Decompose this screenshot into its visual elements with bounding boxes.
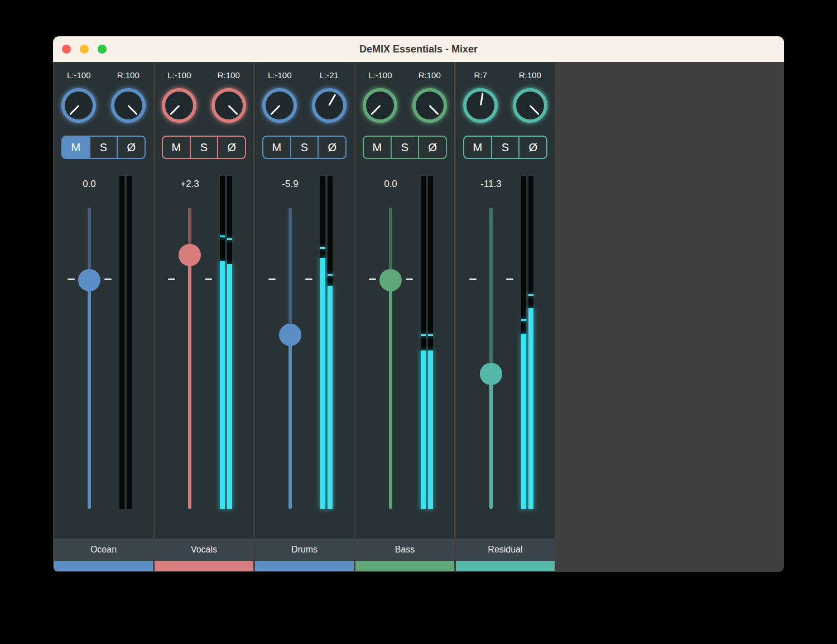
pan-left-knob[interactable] — [162, 88, 196, 123]
channel-button-group: M S Ø — [363, 136, 447, 159]
channel-color-bar — [456, 561, 555, 571]
meter-bar-left — [521, 176, 526, 509]
zero-mark-left — [369, 278, 376, 280]
pan-left-knob-cell — [54, 88, 104, 123]
mute-button[interactable]: M — [163, 137, 191, 158]
level-meter — [220, 176, 232, 509]
pan-knobs — [54, 88, 153, 123]
channel-strips: L:-100 R:100 M S Ø 0.0 — [54, 63, 555, 571]
solo-button[interactable]: S — [392, 137, 420, 158]
pan-labels: L:-100 L:-21 — [255, 70, 354, 80]
pan-labels: L:-100 R:100 — [355, 70, 454, 80]
zero-mark-right — [104, 278, 112, 280]
meter-fill — [320, 258, 325, 509]
zero-mark-left — [168, 278, 175, 280]
fader-handle[interactable] — [78, 269, 100, 291]
fader-handle[interactable] — [379, 269, 402, 291]
mute-button[interactable]: M — [62, 137, 90, 158]
meter-peak — [220, 236, 225, 237]
pan-labels: L:-100 R:100 — [155, 70, 253, 80]
pan-left-knob-cell — [255, 88, 305, 123]
fader-track-fill — [288, 335, 292, 509]
fader-handle[interactable] — [480, 363, 502, 385]
pan-right-knob[interactable] — [412, 88, 447, 123]
pan-right-label: R:100 — [506, 70, 555, 80]
meter-peak — [528, 294, 533, 296]
mute-button[interactable]: M — [263, 137, 291, 158]
channel-strip-bass: L:-100 R:100 M S Ø 0.0 — [355, 63, 454, 571]
mixer-content: X L:-100 R:100 M S Ø 0.0 — [53, 62, 784, 572]
traffic-lights — [62, 36, 107, 62]
meter-peak — [428, 334, 433, 336]
fader-handle[interactable] — [179, 244, 201, 266]
channel-name: Drums — [255, 539, 354, 561]
level-meter — [320, 176, 333, 509]
phase-button[interactable]: Ø — [319, 137, 345, 158]
meter-bar-left — [220, 176, 225, 509]
channel-name: Ocean — [54, 539, 153, 561]
knob-pointer-icon — [328, 94, 336, 105]
pan-right-knob-cell — [104, 88, 153, 123]
meter-peak — [227, 238, 232, 240]
pan-left-knob[interactable] — [61, 88, 96, 123]
pan-right-knob[interactable] — [312, 88, 347, 123]
meter-peak — [421, 334, 426, 336]
zero-mark-right — [305, 278, 312, 280]
pan-labels: R:7 R:100 — [456, 70, 555, 80]
solo-button[interactable]: S — [492, 137, 520, 158]
close-button[interactable] — [62, 45, 71, 54]
knob-pointer-icon — [530, 105, 540, 115]
pan-left-label: R:7 — [456, 70, 506, 80]
pan-left-knob[interactable] — [463, 88, 498, 123]
pan-left-knob[interactable] — [262, 88, 297, 123]
gain-value: +2.3 — [155, 179, 225, 190]
window-title: DeMIX Essentials - Mixer — [53, 44, 784, 55]
pan-left-knob-cell — [355, 88, 405, 123]
meter-fill — [220, 261, 225, 509]
pan-labels: L:-100 R:100 — [54, 70, 153, 80]
channel-button-group: M S Ø — [262, 136, 347, 159]
zero-mark-left — [268, 278, 276, 280]
mute-button[interactable]: M — [364, 137, 392, 158]
knob-pointer-icon — [371, 105, 381, 115]
mute-button[interactable]: M — [464, 137, 492, 158]
meter-bar-right — [528, 176, 533, 509]
pan-right-knob-cell — [204, 88, 254, 123]
solo-button[interactable]: S — [191, 137, 219, 158]
phase-button[interactable]: Ø — [519, 137, 546, 158]
solo-button[interactable]: S — [90, 137, 118, 158]
meter-peak — [328, 274, 333, 276]
pan-left-label: L:-100 — [355, 70, 405, 80]
zero-mark-right — [406, 278, 413, 280]
minimize-button[interactable] — [80, 45, 89, 54]
pan-right-knob[interactable] — [111, 88, 146, 123]
channel-button-group: M S Ø — [162, 136, 246, 159]
channel-strip-ocean: L:-100 R:100 M S Ø 0.0 — [54, 63, 153, 571]
pan-left-knob[interactable] — [363, 88, 397, 123]
phase-button[interactable]: Ø — [218, 137, 245, 158]
fader-track-fill — [88, 280, 91, 509]
pan-left-knob-cell — [456, 88, 506, 123]
channel-color-bar — [255, 561, 354, 571]
phase-button[interactable]: Ø — [419, 137, 446, 158]
pan-right-knob[interactable] — [211, 88, 246, 123]
pan-right-knob[interactable] — [513, 88, 547, 123]
meter-bar-right — [227, 176, 232, 509]
pan-left-label: L:-100 — [54, 70, 104, 80]
knob-pointer-icon — [480, 93, 484, 105]
meter-bar-right — [127, 176, 132, 509]
channel-button-group: M S Ø — [463, 136, 547, 159]
gain-value: 0.0 — [54, 179, 124, 190]
phase-button[interactable]: Ø — [118, 137, 145, 158]
pan-right-label: R:100 — [405, 70, 455, 80]
zoom-button[interactable] — [98, 45, 107, 54]
pan-left-label: L:-100 — [255, 70, 305, 80]
solo-button[interactable]: S — [291, 137, 319, 158]
channel-button-group: M S Ø — [61, 136, 146, 159]
fader-handle[interactable] — [279, 324, 301, 346]
knob-pointer-icon — [270, 105, 280, 115]
knob-pointer-icon — [69, 105, 79, 115]
meter-fill — [428, 350, 433, 509]
pan-knobs — [255, 88, 354, 123]
channel-color-bar — [155, 561, 253, 571]
